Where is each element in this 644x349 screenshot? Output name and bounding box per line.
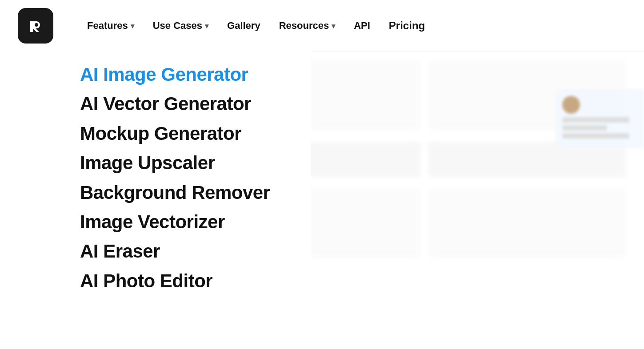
- avatar: [562, 96, 580, 114]
- panel-text-line3: [562, 133, 629, 139]
- nav-label-use-cases: Use Cases: [153, 20, 202, 32]
- dropdown-item-ai-eraser[interactable]: AI Eraser: [80, 237, 311, 266]
- dropdown-item-background-remover[interactable]: Background Remover: [80, 178, 311, 207]
- nav-label-api: API: [354, 20, 370, 32]
- dropdown-item-ai-photo-editor[interactable]: AI Photo Editor: [80, 266, 311, 296]
- features-dropdown: AI Image GeneratorAI Vector GeneratorMoc…: [0, 51, 311, 305]
- chevron-down-icon: ▾: [332, 22, 335, 30]
- panel-text-line2: [562, 125, 607, 131]
- navbar: Features ▾ Use Cases ▾ Gallery Resources…: [0, 0, 644, 52]
- nav-item-resources[interactable]: Resources ▾: [272, 16, 343, 36]
- dropdown-item-image-vectorizer[interactable]: Image Vectorizer: [80, 207, 311, 237]
- svg-point-0: [35, 23, 38, 27]
- dropdown-item-ai-image-generator[interactable]: AI Image Generator: [80, 60, 311, 89]
- nav-item-features[interactable]: Features ▾: [80, 16, 141, 36]
- dropdown-item-ai-vector-generator[interactable]: AI Vector Generator: [80, 89, 311, 119]
- nav-label-gallery: Gallery: [227, 20, 260, 32]
- chevron-down-icon: ▾: [205, 22, 208, 30]
- nav-label-resources: Resources: [279, 20, 329, 32]
- nav-item-api[interactable]: API: [347, 16, 377, 36]
- dropdown-item-image-upscaler[interactable]: Image Upscaler: [80, 148, 311, 178]
- nav-label-pricing: Pricing: [389, 20, 425, 32]
- nav-items: Features ▾ Use Cases ▾ Gallery Resources…: [80, 15, 626, 36]
- logo[interactable]: [18, 8, 53, 44]
- nav-item-pricing[interactable]: Pricing: [382, 15, 432, 36]
- nav-item-use-cases[interactable]: Use Cases ▾: [146, 16, 216, 36]
- panel-text-line1: [562, 117, 629, 123]
- chevron-down-icon: ▾: [131, 22, 134, 30]
- right-panel: [555, 89, 644, 148]
- nav-label-features: Features: [87, 20, 128, 32]
- dropdown-item-mockup-generator[interactable]: Mockup Generator: [80, 119, 311, 148]
- nav-item-gallery[interactable]: Gallery: [220, 16, 268, 36]
